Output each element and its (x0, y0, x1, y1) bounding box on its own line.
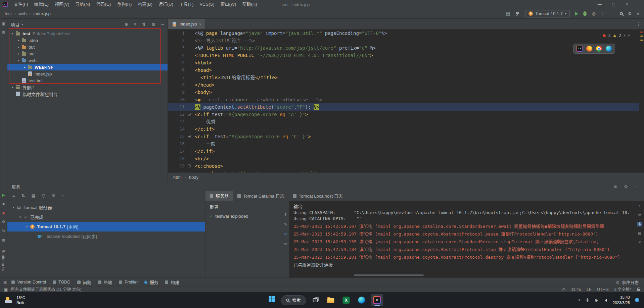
services-diamond-icon[interactable]: ◆ (2, 211, 5, 215)
filter-icon[interactable]: ▽ (42, 193, 45, 198)
group-icon[interactable]: ▦ (32, 193, 36, 198)
project-tree-item[interactable]: test.iml (7, 77, 168, 84)
menu-item[interactable]: 文件(F) (11, 0, 31, 9)
breadcrumb-item[interactable]: web (18, 11, 27, 16)
code-line[interactable]: 13 优秀 (168, 118, 644, 125)
debug-button[interactable] (583, 11, 587, 16)
project-tool-icon[interactable]: ▣ (2, 21, 5, 26)
event-log-button[interactable]: 事件日志 (622, 279, 639, 286)
next-problem-icon[interactable]: ∨ (628, 32, 630, 39)
scroll-end-icon[interactable]: ⇓ (637, 222, 642, 226)
softwrap-icon[interactable]: ≋ (638, 213, 641, 217)
services-tab[interactable]: Tomcat Catalina 日志 (233, 191, 289, 201)
taskbar-app-file-explorer[interactable] (325, 294, 337, 306)
stop-icon[interactable]: ■ (2, 202, 5, 206)
deployment-item[interactable]: ✓testwar exploded (210, 214, 280, 219)
tree-arrow-icon[interactable]: ▾ (10, 32, 15, 35)
locate-icon[interactable]: ⊕ (125, 22, 128, 27)
code-line[interactable]: 12<c:if test="${pageScope.score eq 'A' }… (168, 111, 644, 118)
print-icon[interactable]: ▤ (638, 231, 641, 236)
status-widget[interactable]: 2 个空格* (614, 287, 631, 293)
code-line[interactable]: 7 <title>JSTL的常用标签</title> (168, 74, 644, 81)
add-icon[interactable]: + (62, 193, 64, 198)
run-configuration-select[interactable]: Tomcat 10.1.7 ▾ (525, 10, 570, 17)
menu-item[interactable]: 导航(N) (72, 0, 93, 9)
firefox-icon[interactable] (586, 46, 592, 52)
code-line[interactable]: 14</c:if> (168, 125, 644, 133)
weather-widget[interactable]: 15°C 阵雨 (0, 295, 25, 305)
main-menu-icon[interactable]: ≡ (637, 11, 639, 16)
taskbar-app-edge[interactable] (356, 294, 368, 306)
project-tree-item[interactable]: ▾web (7, 57, 168, 64)
project-tree-item[interactable]: index.jsp (7, 70, 168, 77)
menu-item[interactable]: 重构(R) (114, 0, 135, 9)
menu-item[interactable]: 帮助(H) (239, 0, 260, 9)
taskbar-app-excel[interactable]: X (340, 294, 353, 306)
menu-item[interactable]: 窗口(W) (218, 0, 239, 9)
project-tree-item[interactable]: ▸WEB-INF (7, 64, 168, 70)
tool-window-button-build[interactable]: 构建 (162, 278, 182, 287)
inspections-widget[interactable]: 2 2 ∧ ∨ (603, 32, 630, 39)
locate-icon[interactable]: ⊕ (614, 184, 617, 189)
ime-indicator[interactable]: 中 (586, 297, 590, 303)
warning-stripe-mark[interactable] (640, 36, 643, 37)
tool-window-button-services[interactable]: 服务 (141, 278, 162, 287)
editor-scrollbar[interactable] (639, 30, 644, 172)
menu-item[interactable]: 工具(T) (176, 0, 197, 9)
status-widget[interactable]: LF (587, 287, 591, 293)
code-line[interactable]: 3<%@ taglib uri="http://java.sun.com/jsp… (168, 44, 644, 52)
lock-icon[interactable] (637, 289, 640, 291)
hide-icon[interactable]: ─ (634, 184, 637, 189)
tree-arrow-icon[interactable]: ▸ (10, 86, 15, 89)
status-widget[interactable]: 11:45 (571, 287, 581, 293)
idea-preview-icon[interactable] (577, 46, 583, 52)
tool-window-button-profiler[interactable]: Profiler (116, 278, 141, 287)
clock-widget[interactable]: 15:43 2023/3/25 (613, 295, 630, 305)
project-tree-item[interactable]: 临时文件和控制台 (7, 91, 168, 97)
services-tree-item[interactable]: ▾Tomcat 10.1.7[本地] (7, 222, 205, 232)
code-line[interactable]: 2<%--导入jstl标签库 --%> (168, 37, 644, 44)
project-tree-item[interactable]: ▸src (7, 50, 168, 57)
tab-options-icon[interactable]: ⋮ (636, 21, 644, 27)
services-tree-item[interactable]: ✓testwar exploded[已同步] (7, 232, 205, 241)
error-stripe-mark[interactable] (640, 32, 643, 33)
services-tree-item[interactable]: ▾▤Tomcat 服务器 (7, 202, 205, 212)
code-line[interactable]: 6<head> (168, 66, 644, 74)
split-icon[interactable]: ⊞ (52, 193, 55, 198)
tree-arrow-icon[interactable]: ▸ (16, 45, 21, 49)
breadcrumb-item[interactable]: index.jsp (34, 11, 51, 16)
tree-arrow-icon[interactable]: ▾ (16, 59, 21, 62)
code-line[interactable]: 11<% pageContext.setAttribute("score","F… (168, 103, 644, 111)
open-browser-icon[interactable]: ▭ (284, 242, 287, 246)
code-line[interactable]: 19<c:choose> (168, 162, 644, 170)
code-line[interactable]: 15<c:if test="${pageScope.score eq 'C' }… (168, 133, 644, 140)
breadcrumb-body[interactable]: body (189, 175, 198, 180)
code-area[interactable]: 1<%@ page language="java" import="java.u… (168, 30, 644, 172)
clear-icon[interactable]: × (638, 240, 641, 245)
tree-arrow-icon[interactable]: ▸ (16, 52, 21, 55)
network-icon[interactable]: ⊕ (595, 298, 598, 303)
menu-icon[interactable]: ≡ (12, 193, 15, 198)
warning-stripe-mark[interactable] (640, 40, 643, 41)
expand-all-icon[interactable]: ≡ (134, 22, 137, 27)
sort-icon[interactable]: ⇅ (21, 193, 25, 198)
tree-arrow-icon[interactable]: ▸ (16, 39, 21, 42)
close-tab-icon[interactable]: × (199, 22, 201, 26)
start-button[interactable] (266, 294, 278, 306)
fold-icon[interactable] (188, 164, 191, 167)
services-tree-item[interactable]: ▾✓已完成 (7, 212, 205, 222)
taskbar-app-intellij[interactable] (371, 294, 383, 306)
taskbar-search[interactable]: 搜索 (281, 295, 306, 305)
menu-item[interactable]: 代码(C) (93, 0, 114, 9)
notification-badge[interactable] (635, 298, 639, 302)
menu-item[interactable]: 构建(B) (135, 0, 155, 9)
services-tab[interactable]: 服务器 (205, 191, 233, 201)
project-tree-item[interactable]: ▾testE:\IdeaProjects\test (7, 30, 168, 37)
code-line[interactable]: 8</head> (168, 81, 644, 89)
horizontal-scrollbar[interactable] (354, 274, 424, 276)
code-line[interactable]: 1<%@ page language="java" import="java.u… (168, 30, 644, 37)
tree-arrow-icon[interactable]: ▾ (17, 215, 23, 219)
code-line[interactable]: 16 一般 (168, 140, 644, 148)
tool-window-button-terminal[interactable]: 终端 (95, 278, 116, 287)
project-tree-item[interactable]: ▸外部库 (7, 84, 168, 91)
